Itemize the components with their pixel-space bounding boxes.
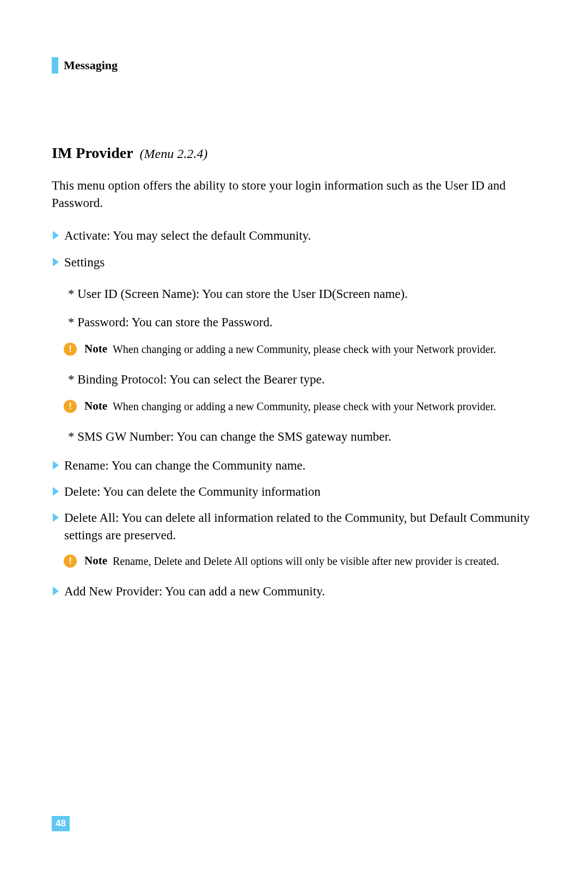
note-content: Note Rename, Delete and Delete All optio… xyxy=(84,554,499,569)
sub-sms-gw: * SMS GW Number: You can change the SMS … xyxy=(52,428,536,446)
bullet-text: Activate: You may select the default Com… xyxy=(64,227,311,245)
heading-menu-ref: (Menu 2.2.4) xyxy=(140,147,208,161)
bullet-rename: Rename: You can change the Community nam… xyxy=(52,457,536,474)
note-block-2: ! Note When changing or adding a new Com… xyxy=(52,399,536,414)
sub-password: * Password: You can store the Password. xyxy=(52,314,536,331)
note-block-1: ! Note When changing or adding a new Com… xyxy=(52,342,536,357)
note-text: Rename, Delete and Delete All options wi… xyxy=(113,554,499,569)
heading-main: IM Provider xyxy=(52,144,133,161)
section-bar-icon xyxy=(52,57,58,74)
bullet-text: Add New Provider: You can add a new Comm… xyxy=(64,583,325,600)
section-title: Messaging xyxy=(64,58,118,72)
arrow-icon xyxy=(53,461,59,470)
bullet-text: Delete All: You can delete all informati… xyxy=(64,509,536,544)
bullet-delete-all: Delete All: You can delete all informati… xyxy=(52,509,536,544)
intro-paragraph: This menu option offers the ability to s… xyxy=(52,177,536,212)
note-block-3: ! Note Rename, Delete and Delete All opt… xyxy=(52,554,536,569)
bullet-text: Settings xyxy=(64,254,105,271)
note-icon: ! xyxy=(64,555,77,568)
arrow-icon xyxy=(53,513,59,522)
arrow-icon xyxy=(53,258,59,266)
bullet-add-new: Add New Provider: You can add a new Comm… xyxy=(52,583,536,600)
page-number: 48 xyxy=(52,816,70,831)
note-icon: ! xyxy=(64,343,77,356)
heading-row: IM Provider (Menu 2.2.4) xyxy=(52,144,536,162)
arrow-icon xyxy=(53,587,59,595)
arrow-icon xyxy=(53,231,59,240)
bullet-delete: Delete: You can delete the Community inf… xyxy=(52,483,536,501)
section-header: Messaging xyxy=(52,57,536,74)
note-content: Note When changing or adding a new Commu… xyxy=(84,399,496,414)
bullet-settings: Settings xyxy=(52,254,536,271)
arrow-icon xyxy=(53,487,59,496)
page-content: Messaging IM Provider (Menu 2.2.4) This … xyxy=(0,0,588,600)
note-text: When changing or adding a new Community,… xyxy=(113,399,496,414)
note-label: Note xyxy=(84,554,107,568)
note-text: When changing or adding a new Community,… xyxy=(113,342,496,357)
sub-user-id: * User ID (Screen Name): You can store t… xyxy=(52,285,536,303)
note-label: Note xyxy=(84,342,107,356)
note-icon: ! xyxy=(64,400,77,413)
note-content: Note When changing or adding a new Commu… xyxy=(84,342,496,357)
bullet-text: Delete: You can delete the Community inf… xyxy=(64,483,321,501)
note-label: Note xyxy=(84,399,107,413)
bullet-activate: Activate: You may select the default Com… xyxy=(52,227,536,245)
sub-binding: * Binding Protocol: You can select the B… xyxy=(52,371,536,388)
bullet-text: Rename: You can change the Community nam… xyxy=(64,457,305,474)
